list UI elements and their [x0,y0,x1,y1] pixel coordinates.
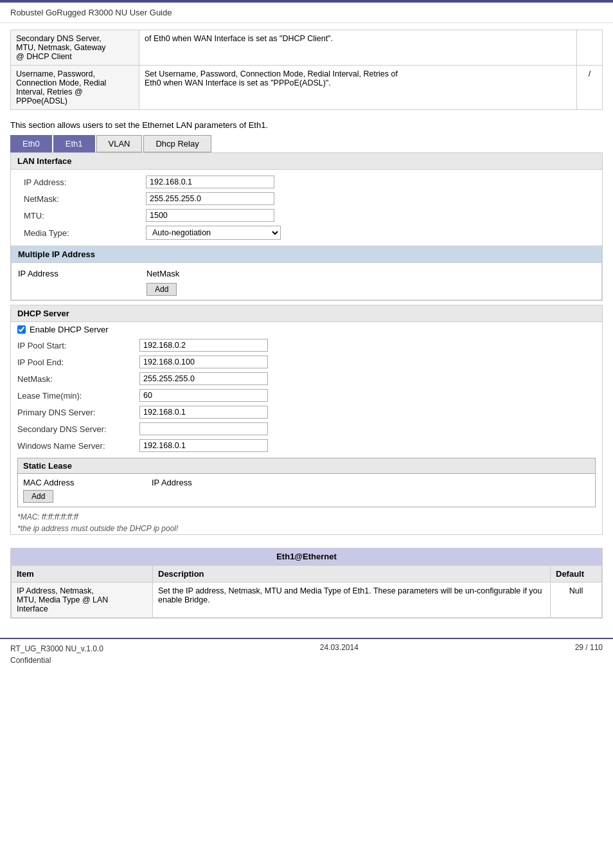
row2-col1: Username, Password, Connection Mode, Red… [11,66,139,110]
static-lease-header: Static Lease [18,458,595,474]
netmask-row: NetMask: [17,190,596,207]
multi-ip-columns: IP Address NetMask [18,267,595,280]
footer-doc-id: RT_UG_R3000 NU_v.1.0.0 [10,643,103,655]
ip-address-col-header: IP Address [18,267,147,280]
row1-col1: Secondary DNS Server, MTU, Netmask, Gate… [11,30,139,66]
ip-pool-end-input[interactable] [139,356,268,368]
footer: RT_UG_R3000 NU_v.1.0.0 Confidential 24.0… [0,638,613,670]
ip-pool-start-row: IP Pool Start: [11,337,602,354]
dhcp-netmask-label: NetMask: [11,374,139,384]
ip-pool-start-label: IP Pool Start: [11,341,139,350]
footer-confidential: Confidential [10,655,103,666]
row1-col2: of Eth0 when WAN Interface is set as "DH… [139,30,577,66]
lan-interface-body: IP Address: NetMask: MTU: Media Type: Au… [11,170,602,246]
top-info-table: Secondary DNS Server, MTU, Netmask, Gate… [10,30,603,110]
multiple-ip-body: IP Address NetMask Add [12,263,601,300]
mtu-label: MTU: [17,211,146,221]
ip-pool-end-row: IP Pool End: [11,354,602,370]
enable-dhcp-label: Enable DHCP Server [30,325,109,334]
lease-time-label: Lease Time(min): [11,391,139,401]
add-ip-button[interactable]: Add [147,283,177,296]
static-cols: MAC Address IP Address [23,478,590,487]
table-row: Secondary DNS Server, MTU, Netmask, Gate… [11,30,603,66]
netmask-col-header: NetMask [147,267,275,280]
static-lease-section: Static Lease MAC Address IP Address Add [17,458,596,507]
mtu-row: MTU: [17,207,596,224]
footer-date: 24.03.2014 [320,643,359,666]
dhcp-netmask-row: NetMask: [11,370,602,387]
dhcp-server-section: DHCP Server Enable DHCP Server IP Pool S… [10,305,603,535]
enable-dhcp-checkbox[interactable] [17,325,26,334]
note-ip: *the ip address must outside the DHCP ip… [11,523,602,534]
bottom-table-container: Eth1@Ethernet Item Description Default I… [10,548,603,619]
tab-eth0[interactable]: Eth0 [10,135,52,152]
footer-page: 29 / 110 [575,643,603,666]
bottom-table: Item Description Default IP Address, Net… [11,565,602,618]
mac-address-col: MAC Address [23,478,152,487]
ip-pool-end-label: IP Pool End: [11,357,139,367]
page-header: Robustel GoRugged R3000 NU User Guide [0,3,613,23]
media-type-row: Media Type: Auto-negotiation [17,224,596,242]
primary-dns-row: Primary DNS Server: [11,404,602,420]
secondary-dns-label: Secondary DNS Server: [11,424,139,434]
col-description: Description [153,566,551,583]
static-lease-body: MAC Address IP Address Add [18,474,595,507]
row1-item: IP Address, Netmask, MTU, Media Type @ L… [12,583,153,618]
section-intro: This section allows users to set the Eth… [10,120,603,130]
row2-col2: Set Username, Password, Connection Mode,… [139,66,577,110]
media-type-select[interactable]: Auto-negotiation [146,226,281,240]
ip-address-col: IP Address [152,478,280,487]
tab-vlan[interactable]: VLAN [96,135,143,152]
mtu-input[interactable] [146,209,274,222]
table-row: Username, Password, Connection Mode, Red… [11,66,603,110]
table-header-row: Item Description Default [12,566,602,583]
main-content: Secondary DNS Server, MTU, Netmask, Gate… [0,23,613,625]
wins-label: Windows Name Server: [11,441,139,451]
lan-interface-header: LAN Interface [11,153,602,170]
row2-col3: / [577,66,603,110]
netmask-input[interactable] [146,192,274,205]
wins-row: Windows Name Server: [11,437,602,454]
secondary-dns-row: Secondary DNS Server: [11,420,602,437]
multiple-ip-section: Multiple IP Address IP Address NetMask A… [11,246,602,300]
tab-eth1[interactable]: Eth1 [53,135,95,152]
ip-address-row: IP Address: [17,174,596,190]
secondary-dns-input[interactable] [139,422,268,435]
row1-default: Null [551,583,602,618]
col-item: Item [12,566,153,583]
row1-col3 [577,30,603,66]
primary-dns-label: Primary DNS Server: [11,408,139,417]
dhcp-netmask-input[interactable] [139,372,268,385]
table-row: IP Address, Netmask, MTU, Media Type @ L… [12,583,602,618]
note-mac: *MAC: ff:ff:ff:ff:ff:ff [11,511,602,523]
ip-address-label: IP Address: [17,177,146,187]
ip-pool-start-input[interactable] [139,339,268,352]
lease-time-input[interactable] [139,389,268,402]
enable-dhcp-row: Enable DHCP Server [11,322,602,337]
media-type-label: Media Type: [17,228,146,238]
tab-dhcp-relay[interactable]: Dhcp Relay [143,135,211,152]
add-ip-btn-container: Add [18,283,595,296]
ip-address-input[interactable] [146,176,274,188]
row1-description: Set the IP address, Netmask, MTU and Med… [153,583,551,618]
add-static-lease-button[interactable]: Add [23,490,53,503]
lease-time-row: Lease Time(min): [11,387,602,404]
netmask-label: NetMask: [17,194,146,204]
header-title: Robustel GoRugged R3000 NU User Guide [10,8,172,17]
dhcp-server-header: DHCP Server [11,305,602,322]
footer-left: RT_UG_R3000 NU_v.1.0.0 Confidential [10,643,103,666]
bottom-table-title: Eth1@Ethernet [11,548,602,565]
main-panel: LAN Interface IP Address: NetMask: MTU: … [10,152,603,301]
col-default: Default [551,566,602,583]
wins-input[interactable] [139,439,268,452]
tab-bar: Eth0 Eth1 VLAN Dhcp Relay [10,135,603,152]
multiple-ip-header: Multiple IP Address [12,246,601,263]
primary-dns-input[interactable] [139,406,268,419]
